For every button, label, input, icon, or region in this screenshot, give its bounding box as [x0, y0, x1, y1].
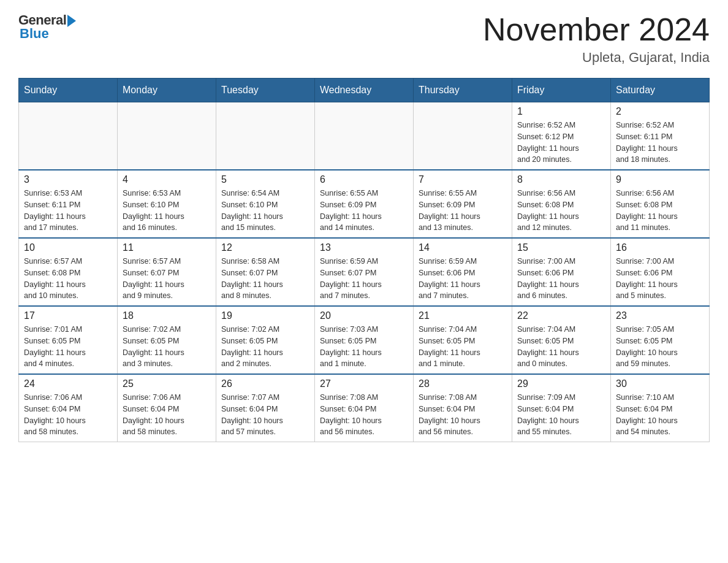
day-info: Sunrise: 6:52 AM Sunset: 6:12 PM Dayligh…	[517, 120, 605, 166]
day-info: Sunrise: 7:09 AM Sunset: 6:04 PM Dayligh…	[517, 392, 605, 438]
day-info: Sunrise: 7:04 AM Sunset: 6:05 PM Dayligh…	[419, 324, 507, 370]
day-info: Sunrise: 7:02 AM Sunset: 6:05 PM Dayligh…	[221, 324, 309, 370]
day-number: 4	[123, 174, 211, 185]
calendar-day-cell: 1Sunrise: 6:52 AM Sunset: 6:12 PM Daylig…	[512, 102, 611, 170]
day-info: Sunrise: 6:55 AM Sunset: 6:09 PM Dayligh…	[320, 188, 408, 234]
day-number: 27	[320, 378, 408, 389]
day-info: Sunrise: 7:02 AM Sunset: 6:05 PM Dayligh…	[123, 324, 211, 370]
day-number: 18	[123, 310, 211, 321]
day-number: 14	[419, 242, 507, 253]
logo-blue-text: Blue	[20, 26, 49, 42]
calendar-day-cell: 6Sunrise: 6:55 AM Sunset: 6:09 PM Daylig…	[315, 170, 414, 238]
day-number: 6	[320, 174, 408, 185]
calendar-day-cell	[414, 102, 512, 170]
calendar-week-row: 3Sunrise: 6:53 AM Sunset: 6:11 PM Daylig…	[19, 170, 710, 238]
calendar-day-cell: 2Sunrise: 6:52 AM Sunset: 6:11 PM Daylig…	[611, 102, 710, 170]
day-info: Sunrise: 7:00 AM Sunset: 6:06 PM Dayligh…	[616, 256, 704, 302]
day-number: 26	[221, 378, 309, 389]
day-number: 3	[24, 174, 112, 185]
calendar-day-cell: 21Sunrise: 7:04 AM Sunset: 6:05 PM Dayli…	[414, 306, 512, 374]
day-info: Sunrise: 6:57 AM Sunset: 6:07 PM Dayligh…	[123, 256, 211, 302]
calendar-weekday-header: Saturday	[611, 79, 710, 102]
day-number: 16	[616, 242, 704, 253]
day-info: Sunrise: 7:05 AM Sunset: 6:05 PM Dayligh…	[616, 324, 704, 370]
day-info: Sunrise: 7:07 AM Sunset: 6:04 PM Dayligh…	[221, 392, 309, 438]
calendar-weekday-header: Thursday	[414, 79, 512, 102]
calendar-day-cell: 15Sunrise: 7:00 AM Sunset: 6:06 PM Dayli…	[512, 238, 611, 306]
day-info: Sunrise: 6:56 AM Sunset: 6:08 PM Dayligh…	[616, 188, 704, 234]
logo: General Blue	[18, 12, 76, 42]
calendar-day-cell: 18Sunrise: 7:02 AM Sunset: 6:05 PM Dayli…	[118, 306, 216, 374]
day-number: 17	[24, 310, 112, 321]
page-title: November 2024	[483, 12, 710, 47]
calendar-day-cell: 20Sunrise: 7:03 AM Sunset: 6:05 PM Dayli…	[315, 306, 414, 374]
calendar-day-cell: 28Sunrise: 7:08 AM Sunset: 6:04 PM Dayli…	[414, 374, 512, 442]
logo-arrow-icon	[67, 15, 76, 27]
calendar-day-cell: 26Sunrise: 7:07 AM Sunset: 6:04 PM Dayli…	[216, 374, 315, 442]
calendar-day-cell: 4Sunrise: 6:53 AM Sunset: 6:10 PM Daylig…	[118, 170, 216, 238]
day-info: Sunrise: 6:53 AM Sunset: 6:11 PM Dayligh…	[24, 188, 112, 234]
day-info: Sunrise: 6:56 AM Sunset: 6:08 PM Dayligh…	[517, 188, 605, 234]
calendar-day-cell: 17Sunrise: 7:01 AM Sunset: 6:05 PM Dayli…	[19, 306, 118, 374]
calendar-week-row: 10Sunrise: 6:57 AM Sunset: 6:08 PM Dayli…	[19, 238, 710, 306]
day-info: Sunrise: 7:06 AM Sunset: 6:04 PM Dayligh…	[24, 392, 112, 438]
calendar-week-row: 1Sunrise: 6:52 AM Sunset: 6:12 PM Daylig…	[19, 102, 710, 170]
day-number: 1	[517, 106, 605, 117]
calendar: SundayMondayTuesdayWednesdayThursdayFrid…	[18, 78, 710, 442]
day-info: Sunrise: 7:08 AM Sunset: 6:04 PM Dayligh…	[419, 392, 507, 438]
calendar-day-cell: 19Sunrise: 7:02 AM Sunset: 6:05 PM Dayli…	[216, 306, 315, 374]
calendar-day-cell: 16Sunrise: 7:00 AM Sunset: 6:06 PM Dayli…	[611, 238, 710, 306]
calendar-day-cell: 3Sunrise: 6:53 AM Sunset: 6:11 PM Daylig…	[19, 170, 118, 238]
day-info: Sunrise: 6:53 AM Sunset: 6:10 PM Dayligh…	[123, 188, 211, 234]
day-info: Sunrise: 6:54 AM Sunset: 6:10 PM Dayligh…	[221, 188, 309, 234]
day-info: Sunrise: 7:06 AM Sunset: 6:04 PM Dayligh…	[123, 392, 211, 438]
calendar-weekday-header: Wednesday	[315, 79, 414, 102]
calendar-day-cell	[19, 102, 118, 170]
day-number: 13	[320, 242, 408, 253]
calendar-day-cell: 12Sunrise: 6:58 AM Sunset: 6:07 PM Dayli…	[216, 238, 315, 306]
day-info: Sunrise: 6:55 AM Sunset: 6:09 PM Dayligh…	[419, 188, 507, 234]
calendar-day-cell: 11Sunrise: 6:57 AM Sunset: 6:07 PM Dayli…	[118, 238, 216, 306]
day-number: 25	[123, 378, 211, 389]
page-subtitle: Upleta, Gujarat, India	[483, 50, 710, 66]
day-number: 30	[616, 378, 704, 389]
day-info: Sunrise: 6:59 AM Sunset: 6:07 PM Dayligh…	[320, 256, 408, 302]
day-info: Sunrise: 7:10 AM Sunset: 6:04 PM Dayligh…	[616, 392, 704, 438]
day-number: 22	[517, 310, 605, 321]
day-number: 24	[24, 378, 112, 389]
calendar-day-cell: 14Sunrise: 6:59 AM Sunset: 6:06 PM Dayli…	[414, 238, 512, 306]
header: General Blue November 2024 Upleta, Gujar…	[18, 12, 710, 66]
calendar-day-cell	[118, 102, 216, 170]
day-number: 28	[419, 378, 507, 389]
day-info: Sunrise: 7:01 AM Sunset: 6:05 PM Dayligh…	[24, 324, 112, 370]
calendar-day-cell: 8Sunrise: 6:56 AM Sunset: 6:08 PM Daylig…	[512, 170, 611, 238]
calendar-weekday-header: Friday	[512, 79, 611, 102]
day-number: 5	[221, 174, 309, 185]
day-info: Sunrise: 7:00 AM Sunset: 6:06 PM Dayligh…	[517, 256, 605, 302]
calendar-weekday-header: Monday	[118, 79, 216, 102]
calendar-header-row: SundayMondayTuesdayWednesdayThursdayFrid…	[19, 79, 710, 102]
calendar-day-cell	[216, 102, 315, 170]
day-info: Sunrise: 6:59 AM Sunset: 6:06 PM Dayligh…	[419, 256, 507, 302]
calendar-day-cell: 23Sunrise: 7:05 AM Sunset: 6:05 PM Dayli…	[611, 306, 710, 374]
day-number: 19	[221, 310, 309, 321]
calendar-week-row: 17Sunrise: 7:01 AM Sunset: 6:05 PM Dayli…	[19, 306, 710, 374]
day-info: Sunrise: 6:57 AM Sunset: 6:08 PM Dayligh…	[24, 256, 112, 302]
day-info: Sunrise: 7:04 AM Sunset: 6:05 PM Dayligh…	[517, 324, 605, 370]
day-number: 10	[24, 242, 112, 253]
calendar-day-cell: 24Sunrise: 7:06 AM Sunset: 6:04 PM Dayli…	[19, 374, 118, 442]
day-number: 29	[517, 378, 605, 389]
calendar-weekday-header: Tuesday	[216, 79, 315, 102]
day-number: 23	[616, 310, 704, 321]
day-number: 15	[517, 242, 605, 253]
calendar-week-row: 24Sunrise: 7:06 AM Sunset: 6:04 PM Dayli…	[19, 374, 710, 442]
day-number: 12	[221, 242, 309, 253]
calendar-day-cell	[315, 102, 414, 170]
calendar-day-cell: 22Sunrise: 7:04 AM Sunset: 6:05 PM Dayli…	[512, 306, 611, 374]
day-number: 11	[123, 242, 211, 253]
day-number: 21	[419, 310, 507, 321]
calendar-day-cell: 5Sunrise: 6:54 AM Sunset: 6:10 PM Daylig…	[216, 170, 315, 238]
day-info: Sunrise: 6:58 AM Sunset: 6:07 PM Dayligh…	[221, 256, 309, 302]
day-number: 2	[616, 106, 704, 117]
calendar-day-cell: 29Sunrise: 7:09 AM Sunset: 6:04 PM Dayli…	[512, 374, 611, 442]
